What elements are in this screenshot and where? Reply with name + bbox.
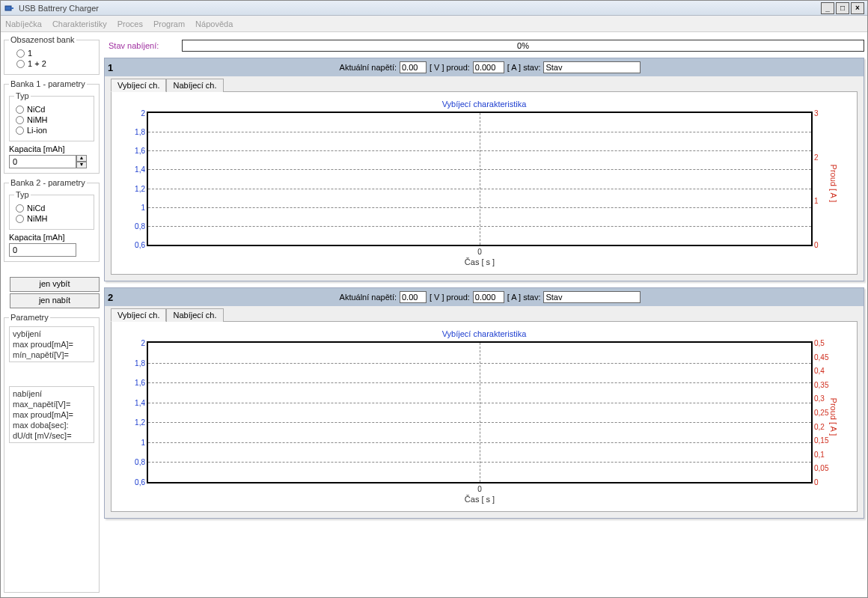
menu-bar: Nabíječka Charakteristiky Proces Program… bbox=[1, 16, 867, 32]
plot-area: 21,81,61,41,210,80,6 3210 bbox=[147, 112, 813, 246]
label-aktualni-napeti: Aktuální napětí: bbox=[340, 293, 397, 302]
button-jen-nabit[interactable]: jen nabít bbox=[10, 293, 100, 308]
spin-b1-up[interactable]: ▲ bbox=[76, 155, 87, 162]
menu-program[interactable]: Program bbox=[153, 19, 185, 28]
box-vybijeni: vybíjení max proud[mA]= mín_napětí[V]= bbox=[9, 326, 94, 362]
input-stav-2[interactable] bbox=[543, 291, 641, 303]
group-bank1-typ: Typ NiCd NiMH Li-ion bbox=[9, 91, 94, 141]
app-icon bbox=[4, 2, 16, 14]
label-a-unit: [ A ] stav: bbox=[507, 63, 541, 72]
box-nabijeni: nabíjení max_napětí[V]= max proud[mA]= m… bbox=[9, 386, 94, 443]
group-parametry: Parametry vybíjení max proud[mA]= mín_na… bbox=[4, 313, 100, 593]
progress-bar: 0% bbox=[182, 40, 864, 52]
hdr-vybijeni: vybíjení bbox=[13, 329, 91, 339]
chart-title: Vybíjecí charakteristika bbox=[121, 329, 847, 341]
close-button[interactable]: × bbox=[851, 2, 864, 14]
nab-line3: max doba[sec]: bbox=[13, 420, 91, 430]
legend-bank2: Banka 2 - parametry bbox=[9, 178, 87, 187]
label-aktualni-napeti: Aktuální napětí: bbox=[340, 63, 397, 72]
radio-bank-12[interactable] bbox=[16, 60, 25, 68]
menu-napoveda[interactable]: Nápověda bbox=[195, 19, 233, 28]
group-obsazenost: Obsazenost bank 1 1 + 2 bbox=[4, 35, 100, 75]
label-b1-nicd: NiCd bbox=[27, 105, 45, 114]
plot-area: 21,81,61,41,210,80,6 0,50,450,40,350,30,… bbox=[147, 341, 813, 483]
label-b2-kapacita: Kapacita [mAh] bbox=[9, 233, 94, 242]
radio-b1-liion[interactable] bbox=[16, 126, 24, 135]
app-window: USB Battrery Charger _ □ × Nabíječka Cha… bbox=[0, 0, 868, 598]
chart: Vybíjecí charakteristika Napětí [ V ] 21… bbox=[121, 329, 847, 504]
main-area: Stav nabíjení: 0% 1 Aktuální napětí: [ V… bbox=[100, 35, 864, 594]
input-proud-2[interactable] bbox=[473, 291, 504, 303]
menu-nabijecka[interactable]: Nabíječka bbox=[5, 19, 42, 28]
input-napeti-2[interactable] bbox=[400, 291, 427, 303]
legend-obsazenost: Obsazenost bank bbox=[9, 35, 76, 44]
label-stav-nabijeni: Stav nabíjení: bbox=[109, 41, 174, 50]
x-axis-label: Čas [ s ] bbox=[147, 495, 813, 504]
svg-rect-1 bbox=[11, 7, 13, 9]
hdr-nabijeni: nabíjení bbox=[13, 388, 91, 399]
panel-1-header: 1 Aktuální napětí: [ V ] proud: [ A ] st… bbox=[105, 58, 864, 76]
window-title: USB Battrery Charger bbox=[19, 4, 99, 13]
vyb-line2: mín_napětí[V]= bbox=[13, 350, 91, 360]
nab-line2: max proud[mA]= bbox=[13, 409, 91, 420]
radio-b2-nimh[interactable] bbox=[16, 215, 24, 223]
svg-rect-0 bbox=[5, 6, 11, 10]
group-bank1: Banka 1 - parametry Typ NiCd NiMH Li-ion… bbox=[4, 79, 100, 174]
sidebar: Obsazenost bank 1 1 + 2 Banka 1 - parame… bbox=[4, 35, 100, 594]
tab-nabijeci-1[interactable]: Nabíjecí ch. bbox=[166, 79, 223, 92]
panel-2: 2 Aktuální napětí: [ V ] proud: [ A ] st… bbox=[104, 287, 864, 519]
y-axis-right-label: Proud [ A ] bbox=[830, 165, 839, 203]
chart-title: Vybíjecí charakteristika bbox=[121, 100, 847, 112]
input-b1-kapacita[interactable] bbox=[9, 155, 76, 168]
button-jen-vybit[interactable]: jen vybít bbox=[10, 277, 100, 292]
label-b1-nimh: NiMH bbox=[27, 115, 48, 124]
radio-b1-nicd[interactable] bbox=[16, 106, 24, 114]
legend-bank1: Banka 1 - parametry bbox=[9, 79, 87, 88]
label-v-unit: [ V ] proud: bbox=[430, 293, 470, 302]
label-a-unit: [ A ] stav: bbox=[507, 293, 541, 302]
label-bank-12: 1 + 2 bbox=[28, 59, 46, 68]
input-b2-kapacita[interactable] bbox=[9, 243, 76, 257]
input-napeti-1[interactable] bbox=[400, 61, 427, 73]
menu-charakteristiky[interactable]: Charakteristiky bbox=[52, 19, 107, 28]
radio-b2-nicd[interactable] bbox=[16, 204, 24, 213]
x-tick: 0 bbox=[147, 485, 813, 493]
label-v-unit: [ V ] proud: bbox=[430, 63, 470, 72]
group-bank2-typ: Typ NiCd NiMH bbox=[9, 190, 94, 230]
y-axis-right-label: Proud [ A ] bbox=[830, 398, 839, 436]
panel-1-number: 1 bbox=[108, 62, 120, 73]
chart: Vybíjecí charakteristika Napětí [ V ] 21… bbox=[121, 100, 847, 266]
minimize-button[interactable]: _ bbox=[821, 2, 834, 14]
y-ticks-left: 21,81,61,41,210,80,6 bbox=[130, 343, 147, 482]
nab-line4: dU/dt [mV/sec]= bbox=[13, 430, 91, 441]
y-ticks-left: 21,81,61,41,210,80,6 bbox=[130, 113, 147, 245]
input-proud-1[interactable] bbox=[473, 61, 504, 73]
label-b1-kapacita: Kapacita [mAh] bbox=[9, 144, 94, 153]
spin-b1-down[interactable]: ▼ bbox=[76, 162, 87, 168]
tab-nabijeci-2[interactable]: Nabíjecí ch. bbox=[166, 308, 223, 322]
panel-1: 1 Aktuální napětí: [ V ] proud: [ A ] st… bbox=[104, 58, 864, 281]
legend-parametry: Parametry bbox=[9, 313, 50, 322]
label-b1-liion: Li-ion bbox=[27, 126, 47, 135]
panel-2-number: 2 bbox=[108, 292, 120, 303]
radio-b1-nimh[interactable] bbox=[16, 116, 24, 124]
legend-bank2-typ: Typ bbox=[14, 190, 31, 199]
content: Obsazenost bank 1 1 + 2 Banka 1 - parame… bbox=[1, 32, 867, 597]
x-axis-label: Čas [ s ] bbox=[147, 257, 813, 266]
radio-bank-1[interactable] bbox=[16, 49, 25, 58]
tab-vybijeci-1[interactable]: Vybíjecí ch. bbox=[111, 79, 166, 92]
label-b2-nicd: NiCd bbox=[27, 204, 45, 213]
tab-vybijeci-2[interactable]: Vybíjecí ch. bbox=[111, 308, 166, 322]
legend-bank1-typ: Typ bbox=[14, 91, 31, 100]
label-bank-1: 1 bbox=[28, 49, 32, 58]
group-bank2: Banka 2 - parametry Typ NiCd NiMH Kapaci… bbox=[4, 178, 100, 262]
nab-line1: max_napětí[V]= bbox=[13, 399, 91, 409]
vyb-line1: max proud[mA]= bbox=[13, 339, 91, 350]
panel-2-header: 2 Aktuální napětí: [ V ] proud: [ A ] st… bbox=[105, 288, 864, 306]
label-b2-nimh: NiMH bbox=[27, 214, 48, 223]
x-tick: 0 bbox=[147, 248, 813, 256]
title-bar[interactable]: USB Battrery Charger _ □ × bbox=[1, 1, 867, 16]
menu-proces[interactable]: Proces bbox=[117, 19, 143, 28]
input-stav-1[interactable] bbox=[543, 61, 641, 73]
maximize-button[interactable]: □ bbox=[836, 2, 849, 14]
